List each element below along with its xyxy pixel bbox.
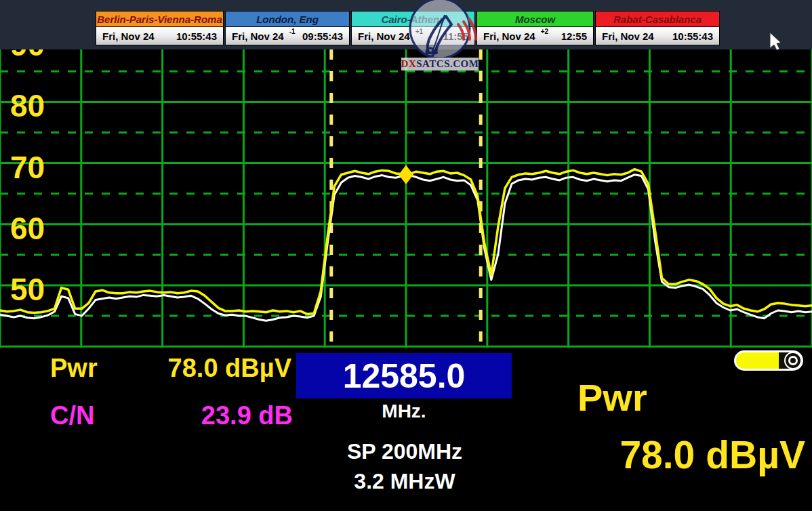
city-date: Fri, Nov 24 bbox=[102, 30, 155, 42]
city-datetime: Fri, Nov 2410:55:43 bbox=[96, 27, 223, 45]
cn-value: 23.9 dB bbox=[201, 401, 293, 430]
clock-cell-4: MoscowFri, Nov 24+212:55 bbox=[476, 11, 594, 45]
city-name: Berlin-Paris-Vienna-Roma bbox=[96, 12, 223, 27]
city-name: Rabat-Casablanca bbox=[596, 12, 719, 27]
y-axis-label: 70 bbox=[10, 150, 45, 185]
power-toggle[interactable] bbox=[734, 350, 803, 371]
span-readout: SP 200MHz bbox=[276, 439, 533, 464]
city-name: London, Eng bbox=[226, 12, 349, 27]
spectrum-plot[interactable]: 9080706050 bbox=[0, 49, 812, 348]
city-date: Fri, Nov 24 bbox=[483, 30, 535, 42]
city-utc-offset: -1 bbox=[289, 28, 296, 35]
logo-text: DXSATCS.COM bbox=[401, 58, 479, 70]
city-time: 12:55 bbox=[561, 30, 587, 42]
frequency-display[interactable]: 12585.0 bbox=[296, 353, 512, 398]
clock-cell-5: Rabat-CasablancaFri, Nov 2410:55:43 bbox=[595, 11, 720, 45]
city-datetime: Fri, Nov 24-109:55:43 bbox=[226, 27, 349, 45]
clock-cell-2: London, EngFri, Nov 24-109:55:43 bbox=[225, 11, 350, 45]
city-time: 10:55:43 bbox=[176, 30, 217, 42]
city-date: Fri, Nov 24 bbox=[602, 30, 654, 42]
y-axis-label: 80 bbox=[10, 88, 45, 123]
big-pwr-label: Pwr bbox=[577, 375, 647, 420]
cn-label: C/N bbox=[50, 401, 94, 430]
y-axis-label: 60 bbox=[10, 211, 45, 246]
city-datetime: Fri, Nov 2410:55:43 bbox=[596, 27, 719, 45]
city-time: 09:55:43 bbox=[302, 30, 343, 42]
y-axis-label: 90 bbox=[10, 49, 45, 62]
city-time: 10:55:43 bbox=[672, 30, 713, 42]
clock-cell-1: Berlin-Paris-Vienna-RomaFri, Nov 2410:55… bbox=[96, 11, 224, 45]
logo-text-dx: DX bbox=[401, 58, 417, 70]
city-date: Fri, Nov 24 bbox=[232, 30, 284, 42]
city-utc-offset: +2 bbox=[541, 28, 548, 35]
mouse-cursor bbox=[769, 33, 783, 52]
big-pwr-value: 78.0 dBµV bbox=[620, 432, 805, 477]
city-datetime: Fri, Nov 24+212:55 bbox=[477, 27, 593, 45]
frequency-unit: MHz. bbox=[296, 401, 512, 422]
toggle-knob-ring bbox=[788, 356, 798, 365]
dxsatcs-logo: DXSATCS.COM bbox=[401, 0, 479, 70]
toggle-knob[interactable] bbox=[784, 352, 802, 369]
city-name: Moscow bbox=[477, 12, 593, 27]
pwr-label: Pwr bbox=[50, 354, 98, 383]
logo-text-rest: SATCS.COM bbox=[416, 58, 479, 70]
pwr-value: 78.0 dBµV bbox=[168, 354, 291, 383]
bandwidth-readout: 3.2 MHzW bbox=[276, 469, 533, 494]
satmeter-screen: 9080706050 Berlin-Paris-Vienna-RomaFri, … bbox=[0, 0, 812, 511]
y-axis-label: 50 bbox=[10, 272, 45, 307]
